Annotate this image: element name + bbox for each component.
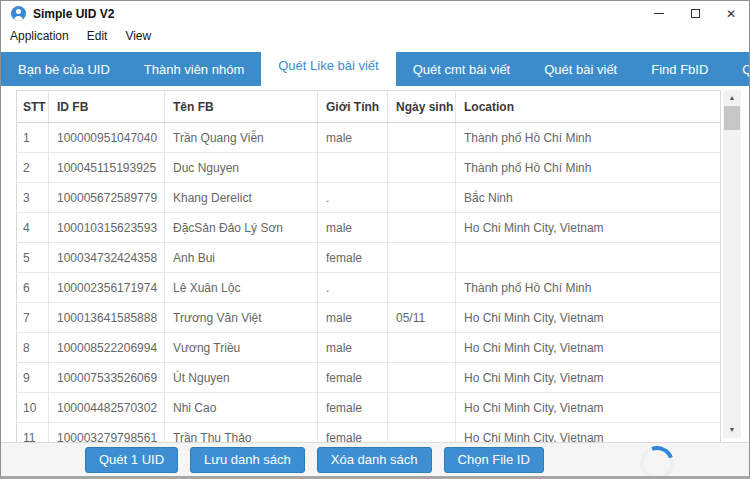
column-header-stt[interactable]: STT [17,91,49,123]
table-cell: female [318,243,388,273]
menu-bar: ApplicationEditView [1,26,749,46]
menu-item-view[interactable]: View [116,26,160,46]
maximize-icon [691,9,700,18]
table-cell: Út Nguyen [165,363,318,393]
table-cell: 100008522206994 [49,333,165,363]
table-cell: 11 [17,423,49,443]
table-cell: Ho Chi Minh City, Vietnam [456,213,721,243]
tab-quet-like-bai-viet[interactable]: Quét Like bài viết [261,48,395,86]
scroll-down-icon[interactable]: ▼ [723,422,741,438]
table-cell: 10 [17,393,49,423]
table-cell: 3 [17,183,49,213]
table-row[interactable]: 1100000951047040Trần Quang ViễnmaleThành… [17,123,721,153]
column-header-gioi-tinh[interactable]: Giới Tính [318,91,388,123]
app-icon [11,6,26,21]
window-controls: ✕ [641,1,749,26]
table-cell [318,153,388,183]
table-cell [388,333,456,363]
xoa-danh-sach-button[interactable]: Xóa danh sách [317,447,432,473]
table-cell: Thành phố Hồ Chí Minh [456,153,721,183]
scroll-up-icon[interactable]: ▲ [723,90,741,106]
table-cell: Ho Chi Minh City, Vietnam [456,423,721,443]
column-header-ten-fb[interactable]: Tên FB [165,91,318,123]
table-cell: 9 [17,363,49,393]
table-container: STTID FBTên FBGiới TínhNgày sinhLocation… [16,90,721,442]
table-cell: 100034732424358 [49,243,165,273]
table-cell: 1 [17,123,49,153]
table-cell: male [318,123,388,153]
table-cell: Lê Xuân Lộc [165,273,318,303]
table-cell: 100000951047040 [49,123,165,153]
vertical-scrollbar[interactable]: ▲ ▼ [723,90,741,438]
table-cell [456,243,721,273]
table-row[interactable]: 4100010315623593ĐặcSản Đảo Lý SơnmaleHo … [17,213,721,243]
tab-quet-checkin[interactable]: Quét checkin [725,52,750,86]
table-cell: . [318,183,388,213]
table-cell: 05/11 [388,303,456,333]
menu-item-application[interactable]: Application [1,26,78,46]
table-cell: 4 [17,213,49,243]
close-button[interactable]: ✕ [713,1,749,26]
table-row[interactable]: 8100008522206994Vương TriềumaleHo Chi Mi… [17,333,721,363]
window-title: Simple UID V2 [33,7,114,21]
minimize-button[interactable] [641,1,677,26]
content-area: STTID FBTên FBGiới TínhNgày sinhLocation… [1,86,749,442]
table-row[interactable]: 7100013641585888Trương Văn Việtmale05/11… [17,303,721,333]
table-cell: Ho Chi Minh City, Vietnam [456,333,721,363]
table-cell: female [318,363,388,393]
quet-1-uid-button[interactable]: Quét 1 UID [85,447,178,473]
table-row[interactable]: 11100003279798561Trần Thu ThảofemaleHo C… [17,423,721,443]
table-row[interactable]: 10100004482570302Nhi CaofemaleHo Chi Min… [17,393,721,423]
column-header-ngay-sinh[interactable]: Ngày sinh [388,91,456,123]
table-cell: 100045115193925 [49,153,165,183]
table-cell [388,153,456,183]
table-row[interactable]: 9100007533526069Út NguyenfemaleHo Chi Mi… [17,363,721,393]
footer-bar: Quét 1 UIDLưu danh sáchXóa danh sáchChọn… [1,442,749,476]
tab-quet-bai-viet[interactable]: Quét bài viết [527,52,634,86]
column-header-id-fb[interactable]: ID FB [49,91,165,123]
table-cell: male [318,213,388,243]
table-cell: Thành phố Hồ Chí Minh [456,273,721,303]
table-cell: Ho Chi Minh City, Vietnam [456,393,721,423]
table-cell: 100010315623593 [49,213,165,243]
table-cell: Trần Thu Thảo [165,423,318,443]
table-cell: 100007533526069 [49,363,165,393]
luu-danh-sach-button[interactable]: Lưu danh sách [190,447,305,473]
maximize-button[interactable] [677,1,713,26]
tab-ban-be-cua-uid[interactable]: Bạn bè của UID [1,52,127,86]
table-cell [388,273,456,303]
table-cell [388,243,456,273]
table-cell: Bắc Ninh [456,183,721,213]
results-table: STTID FBTên FBGiới TínhNgày sinhLocation… [16,90,721,442]
table-row[interactable]: 3100005672589779Khang Derelict.Bắc Ninh [17,183,721,213]
close-icon: ✕ [726,8,736,20]
table-cell: Trần Quang Viễn [165,123,318,153]
table-cell: Khang Derelict [165,183,318,213]
table-cell: Anh Bui [165,243,318,273]
menu-item-edit[interactable]: Edit [78,26,117,46]
title-bar: Simple UID V2 ✕ [1,1,749,26]
table-cell: Vương Triều [165,333,318,363]
table-cell: . [318,273,388,303]
tab-quet-cmt-bai-viet[interactable]: Quét cmt bài viết [396,52,528,86]
tab-find-fbid[interactable]: Find FbID [634,52,725,86]
tab-bar: Bạn bè của UIDThành viên nhómQuét Like b… [1,48,749,86]
table-row[interactable]: 6100002356171974Lê Xuân Lộc.Thành phố Hồ… [17,273,721,303]
table-cell [388,183,456,213]
table-cell: 100005672589779 [49,183,165,213]
table-cell: male [318,333,388,363]
chon-file-id-button[interactable]: Chọn File ID [444,447,544,473]
table-cell: Ho Chi Minh City, Vietnam [456,363,721,393]
table-cell: Duc Nguyen [165,153,318,183]
table-cell: Nhi Cao [165,393,318,423]
column-header-location[interactable]: Location [456,91,721,123]
table-cell: 100013641585888 [49,303,165,333]
table-row[interactable]: 2100045115193925Duc NguyenThành phố Hồ C… [17,153,721,183]
table-row[interactable]: 5100034732424358Anh Buifemale [17,243,721,273]
table-cell: 7 [17,303,49,333]
scrollbar-thumb[interactable] [724,106,740,130]
table-cell: 8 [17,333,49,363]
tab-thanh-vien-nhom[interactable]: Thành viên nhóm [127,52,261,86]
table-cell: ĐặcSản Đảo Lý Sơn [165,213,318,243]
table-cell: Trương Văn Việt [165,303,318,333]
